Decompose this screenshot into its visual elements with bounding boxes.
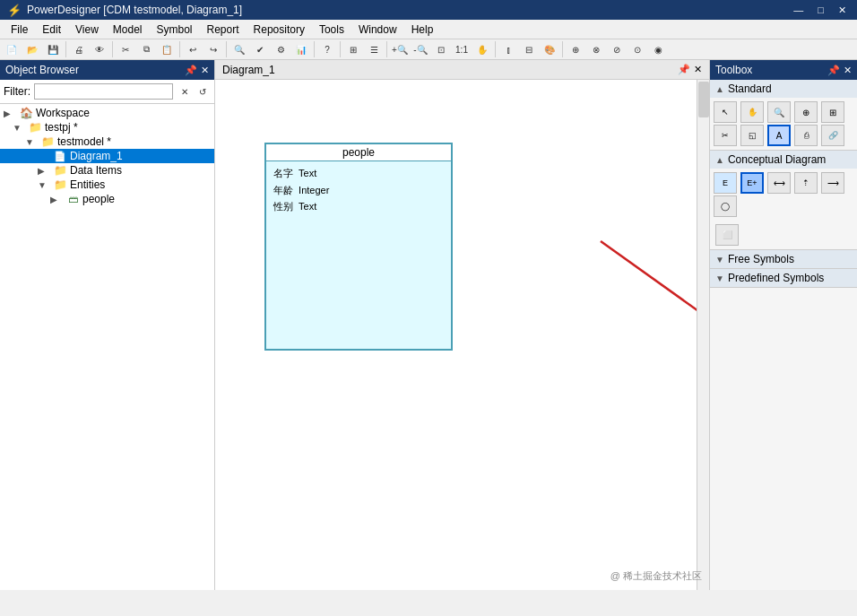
tb-extra1[interactable]: ⊕ <box>566 40 585 58</box>
menu-window[interactable]: Window <box>351 22 404 38</box>
tb-extra-c[interactable]: ◯ <box>714 195 737 217</box>
ob-header-controls[interactable]: 📌 ✕ <box>185 65 209 76</box>
toolbox-section-standard-header[interactable]: ▲ Standard <box>710 80 857 98</box>
menu-file[interactable]: File <box>4 22 35 38</box>
tb-find[interactable]: 🔍 <box>229 40 249 58</box>
main-area: Object Browser 📌 ✕ Filter: ✕ ↺ ▶ 🏠 Works… <box>0 60 857 590</box>
entity-people[interactable]: people 名字 Text 年龄 Integer 性别 Text <box>264 143 453 351</box>
tb-align[interactable]: ⫿ <box>498 40 518 58</box>
tb-zoom-out-s[interactable]: 🔍 <box>767 101 791 123</box>
tb-zoom-in-s[interactable]: ⊕ <box>794 101 818 123</box>
diagram-close-icon[interactable]: ✕ <box>694 64 702 75</box>
menu-edit[interactable]: Edit <box>35 22 68 38</box>
diagram-scrollbar-vertical[interactable] <box>697 80 709 590</box>
tb-help[interactable]: ? <box>317 40 337 58</box>
entities-icon: 📁 <box>53 178 67 191</box>
menu-help[interactable]: Help <box>404 22 441 38</box>
tb-text-s[interactable]: A <box>767 125 791 146</box>
diagram-header-controls[interactable]: 📌 ✕ <box>678 64 702 75</box>
filter-clear-button[interactable]: ✕ <box>177 83 193 100</box>
toolbox-section-standard: ▲ Standard ↖ ✋ 🔍 ⊕ ⊞ ✂ ◱ A ⎙ 🔗 <box>710 80 857 151</box>
tb-pan[interactable]: ✋ <box>472 40 492 58</box>
tree-dataitems[interactable]: ▶ 📁 Data Items <box>0 163 214 178</box>
ob-close-icon[interactable]: ✕ <box>201 65 209 76</box>
tb-save[interactable]: 💾 <box>43 40 63 58</box>
tb-assoc[interactable]: ⟷ <box>767 172 791 194</box>
maximize-button[interactable]: □ <box>814 4 827 16</box>
scroll-thumb-vertical[interactable] <box>698 82 709 117</box>
tb-extra2[interactable]: ⊗ <box>586 40 606 58</box>
tb-format[interactable]: 🎨 <box>540 40 559 58</box>
menu-tools[interactable]: Tools <box>312 22 351 38</box>
tb-check[interactable]: ✔ <box>250 40 270 58</box>
tb-entity-active[interactable]: E+ <box>740 172 764 194</box>
tb-list[interactable]: ☰ <box>364 40 384 58</box>
tb-undo[interactable]: ↩ <box>183 40 203 58</box>
menu-bar: FileEditViewModelSymbolReportRepositoryT… <box>0 20 857 39</box>
toolbox-section-predefined-header[interactable]: ▼ Predefined Symbols <box>710 269 857 287</box>
toolbox-header-controls[interactable]: 📌 ✕ <box>827 65 852 76</box>
menu-view[interactable]: View <box>68 22 106 38</box>
tb-redo[interactable]: ↪ <box>203 40 223 58</box>
tb-cut[interactable]: ✂ <box>116 40 135 58</box>
tb-cut-s[interactable]: ✂ <box>714 125 737 146</box>
tb-entity[interactable]: E <box>714 172 737 194</box>
toolbox-close-icon[interactable]: ✕ <box>844 65 852 76</box>
entity-field-2: 性别 Text <box>273 198 444 215</box>
menu-symbol[interactable]: Symbol <box>150 22 200 38</box>
tree-testpj[interactable]: ▼ 📁 testpj * <box>0 120 214 134</box>
predefined-chevron-icon: ▼ <box>715 273 724 283</box>
tb-inherit[interactable]: ⇡ <box>794 172 818 194</box>
filter-refresh-button[interactable]: ↺ <box>195 83 211 100</box>
tree-testmodel[interactable]: ▼ 📁 testmodel * <box>0 134 214 149</box>
tb-paste[interactable]: 📋 <box>157 40 177 58</box>
workspace-icon: 🏠 <box>19 107 33 119</box>
tb-generate[interactable]: ⚙ <box>271 40 290 58</box>
toolbox-pin-icon[interactable]: 📌 <box>827 65 840 76</box>
tb-extra5[interactable]: ◉ <box>648 40 668 58</box>
tb-fit-s[interactable]: ⊞ <box>821 101 844 123</box>
free-chevron-icon: ▼ <box>715 255 724 265</box>
diagram1-toggle-icon <box>38 152 50 161</box>
window-controls[interactable]: — □ ✕ <box>790 4 850 16</box>
tb-note-s[interactable]: ⎙ <box>794 125 818 146</box>
diagram-pin-icon[interactable]: 📌 <box>678 64 690 75</box>
tb-extra4[interactable]: ⊙ <box>628 40 647 58</box>
tb-single-extra[interactable]: ⬜ <box>715 224 739 246</box>
menu-model[interactable]: Model <box>106 22 150 38</box>
toolbox-conceptual-buttons: E E+ ⟷ ⇡ ⟶ ◯ <box>710 169 857 221</box>
tb-copy[interactable]: ⧉ <box>136 40 156 58</box>
tb-link-s[interactable]: 🔗 <box>821 125 844 146</box>
tree-diagram1[interactable]: 📄 Diagram_1 <box>0 149 214 163</box>
people-label: people <box>82 193 115 205</box>
tree-people[interactable]: ▶ 🗃 people <box>0 192 214 206</box>
minimize-button[interactable]: — <box>790 4 807 16</box>
tree-workspace[interactable]: ▶ 🏠 Workspace <box>0 106 214 120</box>
tb-new[interactable]: 📄 <box>2 40 22 58</box>
menu-report[interactable]: Report <box>200 22 247 38</box>
tb-zoom-fit[interactable]: ⊡ <box>431 40 451 58</box>
tb-zoom-100[interactable]: 1:1 <box>452 40 472 58</box>
tb-extra3[interactable]: ⊘ <box>607 40 627 58</box>
tb-preview[interactable]: 👁 <box>90 40 109 58</box>
tb-link-c[interactable]: ⟶ <box>821 172 844 194</box>
toolbox-section-conceptual-header[interactable]: ▲ Conceptual Diagram <box>710 151 857 169</box>
tb-layout[interactable]: ⊟ <box>519 40 539 58</box>
tree-entities[interactable]: ▼ 📁 Entities <box>0 178 214 192</box>
tb-zoom-in[interactable]: +🔍 <box>390 40 410 58</box>
filter-input[interactable] <box>34 83 173 100</box>
tb-pointer[interactable]: ↖ <box>714 101 737 123</box>
tb-hand[interactable]: ✋ <box>740 101 764 123</box>
tb-print[interactable]: 🖨 <box>69 40 89 58</box>
tb-report[interactable]: 📊 <box>291 40 311 58</box>
menu-repository[interactable]: Repository <box>247 22 312 38</box>
tb-zoom-out[interactable]: -🔍 <box>411 40 430 58</box>
ob-pin-icon[interactable]: 📌 <box>185 65 197 76</box>
tb-open[interactable]: 📂 <box>22 40 42 58</box>
toolbox-section-free-header[interactable]: ▼ Free Symbols <box>710 250 857 268</box>
tb-box-s[interactable]: ◱ <box>740 125 764 146</box>
tb-properties[interactable]: ⊞ <box>343 40 363 58</box>
entities-label: Entities <box>70 178 105 191</box>
diagram-canvas[interactable]: people 名字 Text 年龄 Integer 性别 Text <box>215 80 709 590</box>
close-button[interactable]: ✕ <box>835 4 850 16</box>
